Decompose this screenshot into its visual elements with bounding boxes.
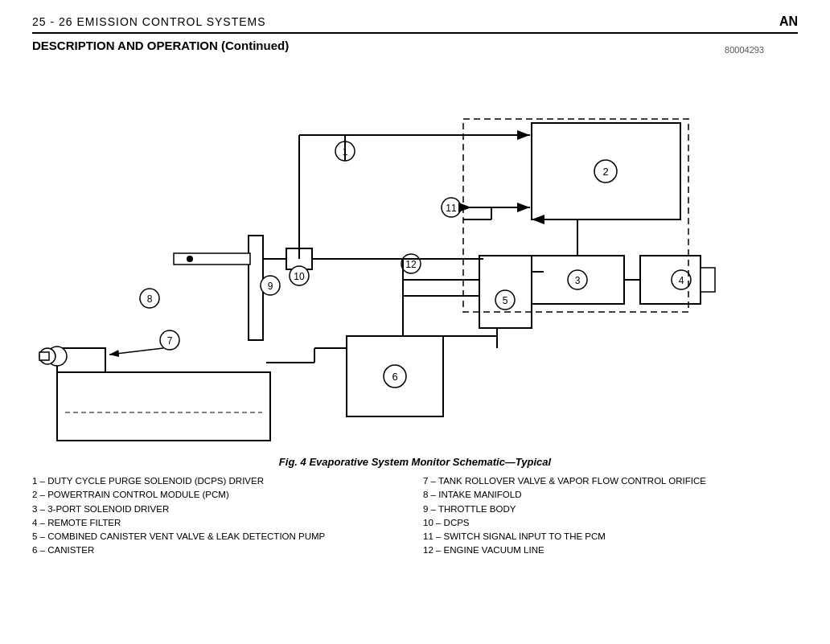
figure-caption: Fig. 4 Evaporative System Monitor Schema… (32, 456, 798, 468)
diagram-container: 2 3 4 5 6 (32, 59, 798, 453)
svg-text:11: 11 (446, 203, 457, 214)
legend-item-11: 11 – SWITCH SIGNAL INPUT TO THE PCM (423, 530, 798, 544)
svg-text:8: 8 (147, 293, 153, 305)
svg-text:2: 2 (602, 166, 608, 178)
svg-text:9: 9 (268, 281, 273, 292)
svg-rect-30 (174, 253, 250, 265)
page: 25 - 26 EMISSION CONTROL SYSTEMS AN DESC… (0, 0, 830, 644)
svg-text:10: 10 (294, 271, 305, 282)
svg-rect-19 (57, 372, 270, 441)
svg-text:4: 4 (679, 275, 684, 286)
svg-rect-24 (39, 352, 49, 360)
legend-item-4: 4 – REMOTE FILTER (32, 516, 407, 530)
legend-item-1: 1 – DUTY CYCLE PURGE SOLENOID (DCPS) DRI… (32, 474, 407, 488)
svg-text:5: 5 (503, 295, 508, 306)
svg-text:6: 6 (392, 371, 397, 383)
page-number-title: 25 - 26 EMISSION CONTROL SYSTEMS (32, 15, 266, 28)
svg-point-31 (187, 256, 193, 262)
legend-item-7: 7 – TANK ROLLOVER VALVE & VAPOR FLOW CON… (423, 474, 798, 488)
svg-text:3: 3 (575, 275, 581, 286)
legend-item-12: 12 – ENGINE VACUUM LINE (423, 544, 798, 557)
svg-rect-9 (701, 268, 715, 292)
legend-item-5: 5 – COMBINED CANISTER VENT VALVE & LEAK … (32, 530, 407, 544)
svg-text:12: 12 (405, 259, 417, 270)
legend-col1: 1 – DUTY CYCLE PURGE SOLENOID (DCPS) DRI… (32, 474, 407, 558)
svg-text:7: 7 (167, 335, 173, 347)
image-reference: 80004293 (725, 45, 764, 55)
legend-item-6: 6 – CANISTER (32, 544, 407, 557)
legend-item-3: 3 – 3-PORT SOLENOID DRIVER (32, 502, 407, 516)
caption-area: Fig. 4 Evaporative System Monitor Schema… (32, 456, 798, 558)
section-title: DESCRIPTION AND OPERATION (Continued) (32, 39, 798, 52)
legend-item-2: 2 – POWERTRAIN CONTROL MODULE (PCM) (32, 488, 407, 502)
legend-item-8: 8 – INTAKE MANIFOLD (423, 488, 798, 502)
legend-item-10: 10 – DCPS (423, 516, 798, 530)
page-header: 25 - 26 EMISSION CONTROL SYSTEMS AN (32, 14, 798, 34)
legend: 1 – DUTY CYCLE PURGE SOLENOID (DCPS) DRI… (32, 474, 798, 558)
legend-item-9: 9 – THROTTLE BODY (423, 502, 798, 516)
svg-line-28 (109, 348, 163, 355)
section-code: AN (779, 14, 798, 29)
legend-col2: 7 – TANK ROLLOVER VALVE & VAPOR FLOW CON… (423, 474, 798, 558)
schematic-diagram: 2 3 4 5 6 (32, 59, 798, 453)
